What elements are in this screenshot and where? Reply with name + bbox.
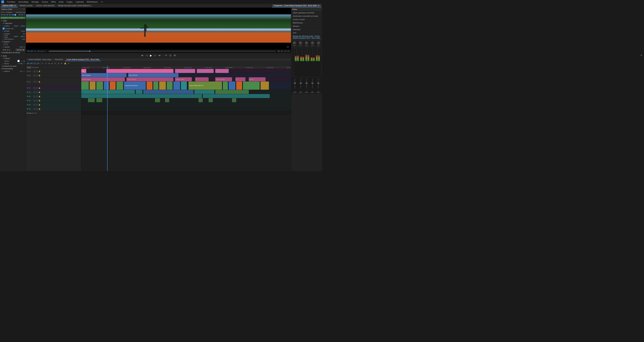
clip-a3-1[interactable] xyxy=(88,98,95,102)
tl-pen[interactable]: ✒ xyxy=(60,62,63,65)
clip-a1-5[interactable] xyxy=(215,90,249,94)
clip-a2-1[interactable] xyxy=(81,94,202,98)
a2-m-btn[interactable]: M xyxy=(33,95,36,98)
opacite-section[interactable]: ▼ Opacité ✏ xyxy=(0,40,26,43)
clip-v1-blue-2[interactable]: 2 Alexandra Nouchet 1 xyxy=(124,81,146,90)
tab-programme[interactable]: Programme : Centre fédéral handsport 202… xyxy=(272,4,321,7)
clip-v2-2[interactable]: UHD_235.png xyxy=(128,73,178,77)
loop-btn[interactable]: ↺ xyxy=(164,54,168,57)
v3-toggle-btn[interactable]: M xyxy=(33,70,36,72)
v1-toggle-btn[interactable]: M xyxy=(33,81,36,83)
tl-select-tool[interactable]: ↖ xyxy=(42,62,44,65)
clip-v1-orange-3[interactable] xyxy=(236,81,242,90)
effects-item-7[interactable]: Mixage des éléments audio : Centre fédér… xyxy=(291,35,322,40)
clip-v1-orange-2[interactable] xyxy=(146,81,152,90)
tab-moniteur-lumetri[interactable]: Moniteur Lumetri xyxy=(18,4,34,7)
clip-a3-3[interactable] xyxy=(155,98,160,102)
clip-v1-green-3[interactable] xyxy=(116,81,123,90)
clip-v1-green-7[interactable] xyxy=(243,81,260,90)
tl-hand[interactable]: ✋ xyxy=(64,62,67,65)
clip-v1-eff-7[interactable]: Calque xyxy=(249,77,266,81)
effects-item-3[interactable]: Bibliothèques xyxy=(291,21,322,25)
go-to-out-btn[interactable]: ⏭ xyxy=(158,54,162,57)
clip-v1-blue-4[interactable] xyxy=(229,81,236,90)
v1b-toggle-btn[interactable]: M xyxy=(33,87,36,89)
play-btn[interactable]: ▶ xyxy=(149,53,152,57)
clip-a1-2[interactable] xyxy=(136,90,142,94)
menu-images[interactable]: Images xyxy=(65,0,74,3)
clip-v3-pink-4[interactable] xyxy=(215,69,229,73)
tl-ripple-edit[interactable]: ⊲ xyxy=(48,62,50,65)
volume-canal-header[interactable]: ▶ Volume de canal xyxy=(0,65,26,67)
tab-hors-normes[interactable]: HORS-NORMES - Broot Vidéo xyxy=(27,58,53,61)
menu-montage[interactable]: Montage xyxy=(30,0,40,3)
menu-couleur[interactable]: Couleur xyxy=(40,0,50,3)
a1-m-btn[interactable]: M xyxy=(33,91,36,93)
audio-section-header[interactable]: ▼ Audio xyxy=(0,55,26,57)
clip-v1-yellow-1[interactable] xyxy=(90,81,96,90)
tab-options-effet[interactable]: Options d'effet ≡ xyxy=(1,4,18,7)
clip-v1-teal-1[interactable] xyxy=(181,81,187,90)
v1-s-btn[interactable]: S xyxy=(36,81,38,83)
effects-item-6[interactable]: Infos xyxy=(291,31,322,35)
clip-v2-1[interactable]: UHD_235.png xyxy=(81,73,126,77)
tl-track-select[interactable]: ↗ xyxy=(44,62,47,65)
mode-fusion-select[interactable]: Normal xyxy=(16,48,25,51)
clip-v1-eff-5[interactable]: Calque d'effets xyxy=(215,77,232,81)
tl-razor[interactable]: ✂ xyxy=(54,62,57,65)
a5-m-btn[interactable]: M xyxy=(33,108,36,110)
clip-a3-4[interactable] xyxy=(165,98,169,102)
effects-item-2[interactable]: Couleur Lumetri xyxy=(291,18,322,21)
clip-v3-1[interactable]: Vidé xyxy=(81,69,86,73)
knob-5[interactable] xyxy=(317,41,320,44)
tl-slip[interactable]: ⊏ xyxy=(57,62,60,65)
panoramique-header[interactable]: ▶ Panoramique xyxy=(0,67,26,70)
v1b-s-btn[interactable]: S xyxy=(36,87,38,89)
tab-centre-federal[interactable]: Centre fédéral handsport 2021 - Broot Vi… xyxy=(65,58,101,61)
a4-s-btn[interactable]: S xyxy=(36,104,38,106)
tl-type[interactable]: T xyxy=(68,62,70,65)
clip-v1-blue-3[interactable] xyxy=(174,81,180,90)
menu-audio[interactable]: Audio xyxy=(58,0,65,3)
settings-btn[interactable]: ⚙ xyxy=(173,54,176,57)
fader-knob-3[interactable] xyxy=(306,83,308,84)
clip-a2-2[interactable] xyxy=(203,94,270,98)
sync-btn[interactable]: ≡ C1 xyxy=(27,66,32,69)
clip-v1-green-2[interactable] xyxy=(96,81,103,90)
clip-v1-green-4[interactable] xyxy=(153,81,158,90)
a2-s-btn[interactable]: S xyxy=(36,95,38,98)
fader-knob-2[interactable] xyxy=(300,83,302,84)
clip-a3-2[interactable] xyxy=(96,98,102,102)
menu-more[interactable]: >> xyxy=(100,0,104,3)
step-fwd-btn[interactable]: ▷ xyxy=(154,54,157,57)
vitesse-section[interactable]: ▶ Modification de vitesse xyxy=(0,51,26,54)
ignorer-checkbox[interactable] xyxy=(18,60,20,62)
go-to-in-btn[interactable]: ⏮ xyxy=(140,54,144,57)
clip-v1-yasser[interactable]: Yasser CREPS.MP4 (V) xyxy=(188,81,222,90)
clip-a1-4[interactable] xyxy=(194,90,214,94)
menu-formation[interactable]: Formation xyxy=(6,0,17,3)
echelle-uniform-checkbox[interactable] xyxy=(2,27,5,30)
a3-s-btn[interactable]: S xyxy=(36,100,38,102)
v3-s-btn[interactable]: S xyxy=(36,70,38,72)
clip-v1-green-5[interactable] xyxy=(167,81,172,90)
trajectoire-header[interactable]: ▼ Trajectoire xyxy=(0,22,26,25)
tab-source[interactable]: Source : (sans élément) xyxy=(35,4,56,7)
effects-item-0[interactable]: Objets graphiques essentiels xyxy=(291,11,322,14)
clip-v1-eff-1[interactable]: Calque d'effets xyxy=(81,77,125,81)
effects-item-1[interactable]: Amélioration essentielle de l'audio xyxy=(291,14,322,18)
playhead[interactable] xyxy=(107,66,108,171)
v2-toggle-btn[interactable]: M xyxy=(33,74,36,77)
clip-v3-pink-2[interactable] xyxy=(175,69,195,73)
clip-v1-eff-4[interactable]: Jx xyxy=(195,77,208,81)
effects-item-5[interactable]: Historique xyxy=(291,28,322,31)
tab-mixage[interactable]: Mixage des pistes audio: Centre fédéral … xyxy=(56,4,93,7)
menu-effets[interactable]: Effets xyxy=(50,0,57,3)
clip-a3-6[interactable] xyxy=(208,98,213,102)
clip-v1-eff-2[interactable]: Calque d'effets xyxy=(126,77,174,81)
clip-a3-7[interactable] xyxy=(232,98,236,102)
tl-rate-stretch[interactable]: ⊳ xyxy=(51,62,54,65)
knob-4[interactable] xyxy=(311,41,314,44)
fader-knob-1[interactable] xyxy=(294,83,296,84)
video-section-header[interactable]: ▼ Vidéo xyxy=(0,19,26,22)
